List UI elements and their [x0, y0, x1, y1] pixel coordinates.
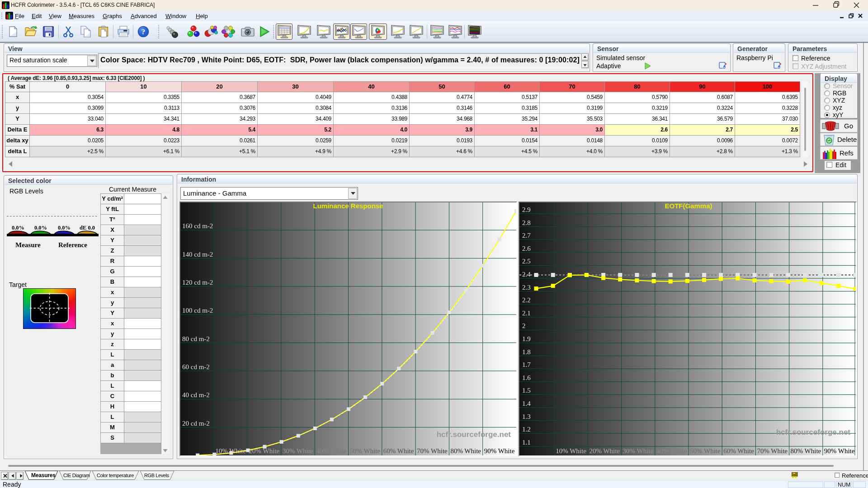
svg-text:2.1: 2.1 [522, 310, 531, 317]
svg-text:160 cd m-2: 160 cd m-2 [182, 222, 213, 230]
svg-text:20% White: 20% White [589, 447, 620, 455]
svg-text:1.2: 1.2 [522, 426, 531, 433]
svg-text:60% White: 60% White [723, 447, 754, 455]
svg-text:70% White: 70% White [757, 447, 788, 455]
svg-text:2.3: 2.3 [522, 284, 531, 291]
svg-text:10% White: 10% White [556, 447, 586, 455]
svg-text:hcfr.sourceforge.net: hcfr.sourceforge.net [776, 428, 851, 436]
svg-text:30% White: 30% White [283, 447, 313, 455]
svg-text:80% White: 80% White [450, 447, 481, 455]
svg-text:CIE Diagram: CIE Diagram [63, 473, 90, 478]
svg-text:1.1: 1.1 [522, 439, 531, 446]
svg-text:90% White: 90% White [824, 447, 855, 455]
svg-text:EOTF(Gamma): EOTF(Gamma) [665, 202, 712, 210]
svg-text:70% White: 70% White [417, 447, 448, 455]
svg-text:140 cd m-2: 140 cd m-2 [182, 251, 213, 258]
svg-text:2.8: 2.8 [522, 219, 531, 226]
svg-text:80 cd m-2: 80 cd m-2 [182, 335, 210, 343]
svg-text:RGB Levels: RGB Levels [144, 473, 170, 478]
svg-text:0.0%: 0.0% [12, 225, 24, 231]
svg-text:2.7: 2.7 [522, 232, 531, 239]
svg-text:20 cd m-2: 20 cd m-2 [182, 420, 210, 427]
svg-text:0.0%: 0.0% [58, 225, 71, 231]
svg-text:2.9: 2.9 [522, 206, 531, 213]
svg-text:Luminance Response: Luminance Response [313, 202, 383, 210]
svg-text:1.5: 1.5 [522, 387, 531, 394]
svg-text:?: ? [141, 28, 145, 36]
svg-text:1.7: 1.7 [522, 361, 531, 368]
svg-text:2: 2 [522, 322, 526, 329]
svg-text:Measures: Measures [31, 472, 56, 479]
svg-text:2.5: 2.5 [522, 258, 531, 265]
svg-text:40% White: 40% White [316, 447, 347, 455]
svg-text:Color temperature: Color temperature [97, 473, 134, 478]
svg-text:1.6: 1.6 [522, 374, 531, 381]
svg-text:30% White: 30% White [623, 447, 654, 455]
svg-text:40% White: 40% White [656, 447, 687, 455]
svg-text:100 cd m-2: 100 cd m-2 [182, 307, 213, 314]
svg-text:60% White: 60% White [383, 447, 414, 455]
svg-text:0.0%: 0.0% [34, 225, 47, 231]
svg-text:90% White: 90% White [484, 447, 515, 455]
svg-text:1.9: 1.9 [522, 335, 531, 343]
svg-text:1.4: 1.4 [522, 400, 531, 407]
svg-text:1.3: 1.3 [522, 413, 531, 420]
svg-text:2.4: 2.4 [522, 271, 531, 278]
svg-text:50% White: 50% White [350, 447, 381, 455]
svg-text:80% White: 80% White [791, 447, 821, 455]
svg-text:50% White: 50% White [690, 447, 721, 455]
svg-text:40 cd m-2: 40 cd m-2 [182, 391, 210, 399]
svg-text:60 cd m-2: 60 cd m-2 [182, 363, 210, 371]
svg-text:120 cd m-2: 120 cd m-2 [182, 279, 213, 286]
svg-text:2.2: 2.2 [522, 296, 531, 304]
svg-text:1.8: 1.8 [522, 348, 531, 356]
svg-text:2.6: 2.6 [522, 245, 531, 252]
svg-text:dE 0.0: dE 0.0 [80, 225, 95, 231]
svg-text:hcfr.sourceforge.net: hcfr.sourceforge.net [437, 430, 511, 439]
